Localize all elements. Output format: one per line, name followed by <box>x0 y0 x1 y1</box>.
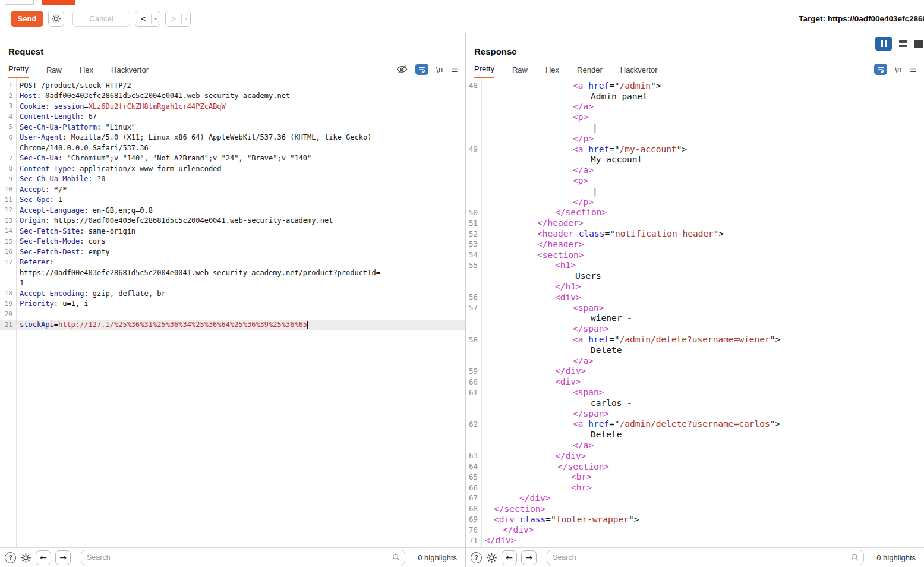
forward-history-button[interactable]: > ▾ <box>165 11 191 27</box>
code-line[interactable]: Delete <box>466 429 924 440</box>
code-line[interactable]: 62<a href="/admin/delete?username=carlos… <box>466 419 924 430</box>
search-settings-gear-icon[interactable] <box>486 552 497 563</box>
code-line[interactable]: 58<a href="/admin/delete?username=wiener… <box>466 334 924 345</box>
code-line[interactable]: 9Sec-Ch-Ua-Mobile: ?0 <box>0 174 465 185</box>
code-line[interactable]: 70</div> <box>466 524 924 535</box>
code-line[interactable]: </span> <box>466 323 924 334</box>
code-line[interactable]: </a> <box>466 102 924 112</box>
code-line[interactable]: 5Sec-Ch-Ua-Platform: "Linux" <box>0 122 465 133</box>
code-line[interactable]: 54<section> <box>466 250 924 260</box>
columns-layout-icon[interactable] <box>875 37 892 51</box>
inactive-repeater-tab-partial[interactable] <box>5 0 34 5</box>
code-line[interactable]: 12Accept-Language: en-GB,en;q=0.8 <box>0 205 465 216</box>
code-line[interactable]: 20 <box>0 309 465 320</box>
tab-hex[interactable]: Hex <box>545 65 559 78</box>
editor-menu-icon[interactable]: ≡ <box>450 64 458 75</box>
code-line[interactable]: </h1> <box>466 281 924 292</box>
rows-layout-icon[interactable] <box>899 40 907 47</box>
request-editor[interactable]: 1POST /product/stock HTTP/22Host: 0adf00… <box>0 78 465 547</box>
newline-character-icon[interactable]: \n <box>895 65 902 74</box>
code-line[interactable]: <p> <box>466 175 924 186</box>
code-line[interactable]: 64</section> <box>466 461 924 472</box>
cancel-button[interactable]: Cancel <box>72 11 130 27</box>
code-line[interactable]: 14Sec-Fetch-Site: same-origin <box>0 226 465 237</box>
editor-menu-icon[interactable]: ≡ <box>909 64 917 75</box>
chevron-down-icon[interactable]: ▾ <box>182 16 190 21</box>
code-line[interactable]: Chrome/140.0.0.0 Safari/537.36 <box>0 143 465 153</box>
code-line[interactable]: 17Referer: <box>0 257 465 268</box>
code-line[interactable]: <p> <box>466 112 924 122</box>
code-line[interactable]: 51</header> <box>466 218 924 228</box>
code-line[interactable]: </p> <box>466 133 924 144</box>
help-icon[interactable]: ? <box>471 552 482 563</box>
code-line[interactable]: 13Origin: https://0adf00e403efc28681d5c5… <box>0 216 465 226</box>
code-line[interactable]: 15Sec-Fetch-Mode: cors <box>0 237 465 247</box>
code-line[interactable]: </a> <box>466 165 924 175</box>
code-line[interactable]: 69<div class="footer-wrapper"> <box>466 514 924 525</box>
code-line[interactable]: 56<div> <box>466 292 924 303</box>
hide-nonprintable-eye-slash-icon[interactable] <box>396 64 408 75</box>
next-match-button[interactable]: → <box>521 550 537 565</box>
word-wrap-icon[interactable] <box>874 64 887 75</box>
code-line[interactable]: 72</body> <box>466 546 924 547</box>
code-line[interactable]: 52<header class="notification-header"> <box>466 228 924 239</box>
single-pane-layout-icon[interactable] <box>914 40 923 48</box>
code-line[interactable]: 8Content-Type: application/x-www-form-ur… <box>0 163 465 174</box>
chevron-down-icon[interactable]: ▾ <box>152 16 160 21</box>
target-label[interactable]: Target: https://0adf00e403efc2868 <box>799 14 924 23</box>
previous-match-button[interactable]: ← <box>36 550 51 565</box>
code-line[interactable]: 61<span> <box>466 387 924 398</box>
newline-character-icon[interactable]: \n <box>436 65 443 74</box>
code-line[interactable]: 49<a href="/my-account"> <box>466 144 924 155</box>
code-line[interactable]: Users <box>466 270 924 281</box>
code-line[interactable]: </span> <box>466 408 924 419</box>
tab-raw[interactable]: Raw <box>46 65 62 78</box>
code-line[interactable]: 19Priority: u=1, i <box>0 299 465 310</box>
code-line[interactable]: Admin panel <box>466 91 924 102</box>
code-line[interactable]: 57<span> <box>466 303 924 313</box>
send-settings-gear-button[interactable] <box>48 11 64 27</box>
active-repeater-tab-indicator[interactable] <box>42 0 75 5</box>
code-line[interactable]: 4Content-Length: 67 <box>0 112 465 122</box>
search-input[interactable] <box>81 550 405 565</box>
code-line[interactable]: </p> <box>466 197 924 207</box>
previous-match-button[interactable]: ← <box>502 550 517 565</box>
tab-hex[interactable]: Hex <box>80 65 93 78</box>
code-line[interactable]: 48<a href="/admin"> <box>466 80 924 91</box>
code-line[interactable]: 16Sec-Fetch-Dest: empty <box>0 247 465 257</box>
code-line[interactable]: Delete <box>466 345 924 355</box>
next-match-button[interactable]: → <box>55 550 71 565</box>
code-line[interactable]: 2Host: 0adf00e403efc28681d5c5c2004e0041.… <box>0 91 465 102</box>
code-line[interactable]: 7Sec-Ch-Ua: "Chromium";v="140", "Not=A?B… <box>0 153 465 164</box>
search-input[interactable] <box>547 550 864 565</box>
tab-raw[interactable]: Raw <box>512 65 528 78</box>
code-line[interactable]: 65<br> <box>466 471 924 482</box>
code-line[interactable]: https://0adf00e403efc28681d5c5c2004e0041… <box>0 267 465 278</box>
code-line[interactable]: 10Accept: */* <box>0 184 465 195</box>
code-line[interactable]: </a> <box>466 440 924 451</box>
code-line[interactable]: carlos - <box>466 398 924 408</box>
code-line[interactable]: 63</div> <box>466 451 924 461</box>
code-line[interactable]: | <box>466 186 924 197</box>
code-line[interactable]: 68</section> <box>466 503 924 514</box>
code-line[interactable]: 1 <box>0 278 465 289</box>
help-icon[interactable]: ? <box>5 552 16 563</box>
word-wrap-icon[interactable] <box>415 64 428 75</box>
code-line[interactable]: 55<h1> <box>466 260 924 271</box>
code-line[interactable]: 50</section> <box>466 207 924 218</box>
send-button[interactable]: Send <box>11 11 43 27</box>
code-line[interactable]: </a> <box>466 355 924 366</box>
code-line[interactable]: 6User-Agent: Mozilla/5.0 (X11; Linux x86… <box>0 133 465 143</box>
response-editor[interactable]: 48<a href="/admin">Admin panel</a><p>|</… <box>466 78 924 547</box>
code-line[interactable]: 53</header> <box>466 239 924 250</box>
tab-pretty[interactable]: Pretty <box>8 64 29 78</box>
code-line[interactable]: | <box>466 122 924 133</box>
tab-render[interactable]: Render <box>577 65 603 78</box>
code-line[interactable]: 60<div> <box>466 376 924 387</box>
back-history-button[interactable]: < ▾ <box>135 11 160 27</box>
code-line[interactable]: My account <box>466 155 924 165</box>
tab-hackvertor[interactable]: Hackvertor <box>620 65 658 78</box>
code-line[interactable]: 71</div> <box>466 535 924 546</box>
code-line[interactable]: 59</div> <box>466 366 924 377</box>
code-line[interactable]: wiener - <box>466 313 924 324</box>
